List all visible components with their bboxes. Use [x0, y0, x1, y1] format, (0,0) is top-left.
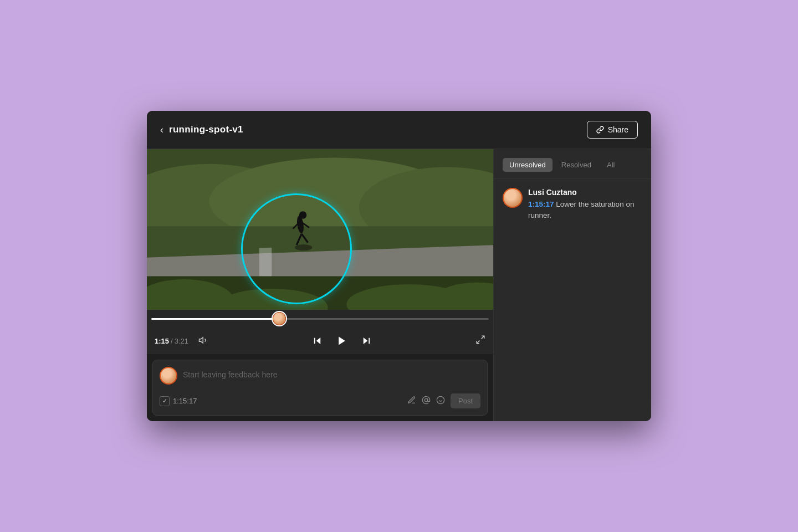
- fullscreen-icon: [475, 335, 485, 345]
- timeline-container[interactable]: [147, 310, 493, 328]
- comment-placeholder-text[interactable]: Start leaving feedback here: [183, 367, 480, 379]
- tab-resolved[interactable]: Resolved: [555, 158, 598, 172]
- app-window: ‹ running-spot-v1 Share: [147, 111, 651, 421]
- comment-input-row: Start leaving feedback here: [160, 367, 480, 385]
- time-separator: /: [171, 337, 173, 345]
- time-total: 3:21: [175, 337, 188, 345]
- post-button[interactable]: Post: [451, 393, 480, 408]
- time-current: 1:15: [155, 337, 169, 345]
- time-display: 1:15 / 3:21: [155, 337, 188, 345]
- emoji-button[interactable]: [436, 396, 445, 407]
- back-button[interactable]: ‹: [160, 124, 163, 136]
- comment-footer: ✓ 1:15:17: [160, 393, 480, 408]
- volume-button[interactable]: [198, 335, 208, 347]
- header-left: ‹ running-spot-v1: [160, 124, 243, 136]
- checkmark-icon: ✓: [162, 397, 167, 405]
- svg-marker-23: [364, 337, 368, 344]
- mention-button[interactable]: [422, 396, 431, 407]
- rewind-icon: [313, 336, 323, 346]
- comment-user-avatar-inner: [504, 189, 521, 207]
- comment-user-avatar: [503, 188, 523, 208]
- rewind-button[interactable]: [310, 333, 325, 349]
- header: ‹ running-spot-v1 Share: [147, 111, 651, 149]
- tab-bar: Unresolved Resolved All: [494, 149, 651, 179]
- forward-icon: [361, 336, 371, 346]
- volume-icon: [198, 335, 208, 345]
- play-button[interactable]: [334, 333, 350, 349]
- svg-marker-19: [199, 337, 203, 343]
- video-frame: [147, 149, 493, 310]
- tab-unresolved[interactable]: Unresolved: [503, 158, 553, 172]
- page-title: running-spot-v1: [169, 124, 243, 135]
- svg-marker-22: [339, 337, 345, 345]
- controls-center: [215, 333, 469, 349]
- comment-username: Lusi Cuztano: [528, 188, 642, 197]
- annotation-circle: [241, 193, 352, 304]
- comment-timecode: 1:15:17: [528, 200, 554, 208]
- svg-point-27: [424, 398, 427, 401]
- comment-tools: Post: [407, 393, 480, 408]
- share-label: Share: [608, 125, 628, 134]
- controls-bar: 1:15 / 3:21: [147, 328, 493, 354]
- commenter-avatar-inner: [161, 368, 176, 383]
- comment-input-area[interactable]: Start leaving feedback here ✓ 1:15:17: [152, 360, 488, 416]
- right-panel: Unresolved Resolved All Lusi Cuztano 1:1…: [493, 149, 651, 421]
- timestamp-label: 1:15:17: [173, 397, 197, 405]
- comment-body: Lusi Cuztano 1:15:17 Lower the saturatio…: [528, 188, 642, 222]
- timestamp-checkbox[interactable]: ✓: [160, 396, 170, 406]
- svg-line-25: [482, 336, 484, 339]
- draw-button[interactable]: [407, 396, 416, 407]
- fullscreen-button[interactable]: [475, 335, 485, 347]
- emoji-icon: [436, 396, 445, 405]
- play-icon: [336, 335, 347, 346]
- comment-text: 1:15:17 Lower the saturation on runner.: [528, 199, 642, 222]
- timeline-progress: [151, 318, 279, 320]
- svg-marker-20: [316, 337, 321, 344]
- video-container[interactable]: 1:15 / 3:21: [147, 149, 493, 354]
- svg-point-28: [437, 396, 444, 403]
- comment-item: Lusi Cuztano 1:15:17 Lower the saturatio…: [503, 188, 642, 222]
- avatar-face: [273, 313, 285, 325]
- comment-timestamp-area: ✓ 1:15:17: [160, 396, 197, 406]
- commenter-avatar: [160, 367, 177, 385]
- timeline-marker-avatar: [273, 312, 286, 325]
- draw-icon: [407, 396, 416, 405]
- timeline-marker: [272, 311, 287, 326]
- link-icon: [596, 126, 604, 134]
- timeline-bar[interactable]: [151, 318, 489, 320]
- comment-thread: Lusi Cuztano 1:15:17 Lower the saturatio…: [494, 179, 651, 231]
- left-panel: 1:15 / 3:21: [147, 149, 493, 421]
- svg-line-26: [477, 341, 479, 344]
- tab-all[interactable]: All: [600, 158, 621, 172]
- mention-icon: [422, 396, 431, 405]
- main-content: 1:15 / 3:21: [147, 149, 651, 421]
- forward-button[interactable]: [359, 333, 374, 349]
- share-button[interactable]: Share: [587, 121, 638, 139]
